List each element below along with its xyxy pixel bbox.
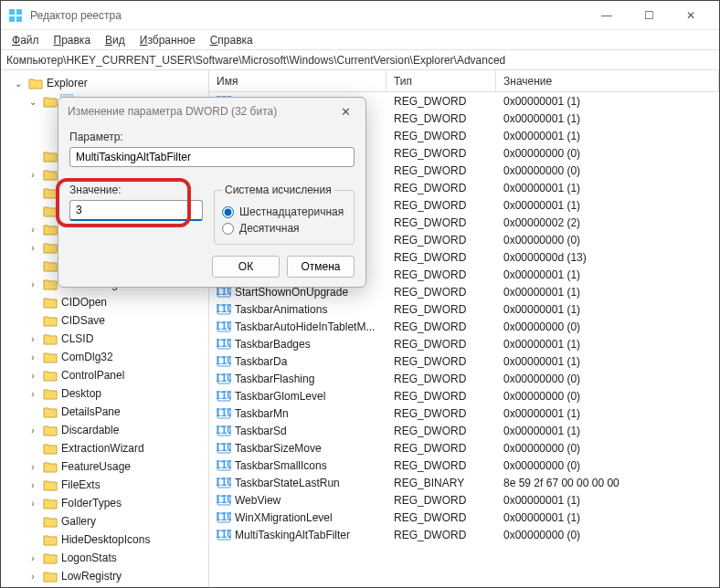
value-field[interactable] — [69, 200, 203, 221]
list-row[interactable]: 110TaskbarSdREG_DWORD0x00000001 (1) — [209, 422, 719, 439]
row-value: 0x00000001 (1) — [496, 355, 719, 368]
expand-icon[interactable] — [41, 113, 54, 126]
menu-favorites[interactable]: Избранное — [132, 32, 203, 48]
tree-item[interactable]: ›ControlPanel — [1, 366, 208, 384]
tree-item[interactable]: Gallery — [1, 512, 208, 530]
list-row[interactable]: 110TaskbarAnimationsREG_DWORD0x00000001 … — [209, 300, 719, 318]
row-type: REG_DWORD — [386, 529, 496, 541]
list-row[interactable]: 110TaskbarDaREG_DWORD0x00000001 (1) — [209, 352, 719, 370]
list-row[interactable]: 110TaskbarBadgesREG_DWORD0x00000001 (1) — [209, 335, 719, 352]
list-row[interactable]: 110TaskbarStateLastRunREG_BINARY8e 59 2f… — [209, 474, 719, 491]
app-icon — [8, 8, 23, 23]
expand-icon[interactable]: › — [26, 223, 39, 236]
expand-icon[interactable]: ⌄ — [26, 95, 39, 108]
expand-icon[interactable] — [26, 314, 39, 327]
minimize-button[interactable]: ― — [586, 1, 628, 30]
radio-dec[interactable]: Десятичная — [222, 222, 346, 235]
tree-item[interactable]: ›CLSID — [1, 330, 208, 348]
row-type: REG_DWORD — [386, 425, 496, 437]
row-name: WebView — [235, 494, 281, 507]
list-row[interactable]: 110WebViewREG_DWORD0x00000001 (1) — [209, 491, 719, 509]
expand-icon[interactable]: › — [26, 497, 39, 509]
tree-item[interactable]: ›FolderTypes — [1, 494, 208, 512]
expand-icon[interactable] — [26, 150, 39, 163]
value-label: Значение: — [69, 184, 203, 196]
expand-icon[interactable] — [26, 186, 39, 199]
expand-icon[interactable]: › — [26, 332, 39, 345]
param-field[interactable] — [69, 147, 355, 167]
expand-icon[interactable] — [26, 296, 39, 309]
expand-icon[interactable]: › — [26, 369, 39, 382]
row-value: 0x00000000 (0) — [496, 164, 719, 177]
expand-icon[interactable]: › — [26, 570, 39, 583]
tree-item[interactable]: CIDSave — [1, 311, 208, 330]
row-name: WinXMigrationLevel — [235, 511, 333, 524]
list-row[interactable]: 110TaskbarAutoHideInTabletM...REG_DWORD0… — [209, 318, 719, 335]
tree-item[interactable]: DetailsPane — [1, 403, 208, 421]
list-header: Имя Тип Значение — [209, 70, 719, 92]
expand-icon[interactable]: › — [26, 387, 39, 400]
expand-icon[interactable]: › — [26, 241, 39, 254]
tree-item[interactable]: HideDesktopIcons — [1, 530, 208, 549]
dialog-close-icon[interactable]: ✕ — [334, 105, 356, 119]
ok-button[interactable]: ОК — [212, 256, 280, 278]
expand-icon[interactable]: › — [26, 351, 39, 363]
expand-icon[interactable]: › — [26, 168, 39, 181]
row-value: 0x00000001 (1) — [496, 199, 719, 212]
row-type: REG_DWORD — [386, 320, 496, 333]
expand-icon[interactable]: › — [26, 424, 39, 436]
menu-edit[interactable]: Правка — [47, 32, 99, 48]
expand-icon[interactable] — [26, 205, 39, 217]
tree-label: FileExts — [61, 478, 101, 491]
list-row[interactable]: 110WinXMigrationLevelREG_DWORD0x00000001… — [209, 509, 719, 526]
tree-item[interactable]: ›Discardable — [1, 421, 208, 439]
svg-text:110: 110 — [217, 372, 231, 384]
close-button[interactable]: ✕ — [670, 1, 712, 30]
row-type: REG_DWORD — [386, 407, 496, 420]
row-value: 0x00000000 (0) — [496, 529, 719, 541]
col-type[interactable]: Тип — [386, 70, 496, 91]
cancel-button[interactable]: Отмена — [287, 256, 355, 278]
radio-hex[interactable]: Шестнадцатеричная — [222, 205, 346, 218]
row-value: 0x00000001 (1) — [496, 268, 719, 281]
tree-item[interactable]: ›FeatureUsage — [1, 457, 208, 476]
tree-item[interactable]: ›ComDlg32 — [1, 348, 208, 366]
menu-file[interactable]: Файл — [5, 32, 47, 48]
menu-help[interactable]: Справка — [203, 32, 260, 48]
col-value[interactable]: Значение — [496, 70, 719, 91]
col-name[interactable]: Имя — [209, 70, 386, 91]
expand-icon[interactable] — [26, 259, 39, 272]
maximize-button[interactable]: ☐ — [628, 1, 670, 30]
expand-icon[interactable] — [26, 533, 39, 546]
expand-icon[interactable] — [26, 442, 39, 455]
row-type: REG_DWORD — [386, 268, 496, 281]
expand-icon[interactable] — [41, 131, 54, 144]
expand-icon[interactable]: › — [26, 460, 39, 473]
expand-icon[interactable]: ⌄ — [12, 77, 25, 89]
tree-item[interactable]: ›LowRegistry — [1, 567, 208, 585]
list-row[interactable]: 110TaskbarSmallIconsREG_DWORD0x00000000 … — [209, 457, 719, 474]
tree-item[interactable]: ›Desktop — [1, 384, 208, 403]
expand-icon[interactable]: › — [26, 551, 39, 564]
tree-item[interactable]: ExtractionWizard — [1, 439, 208, 457]
tree-item[interactable]: ›LogonStats — [1, 549, 208, 567]
list-row[interactable]: 110TaskbarSizeMoveREG_DWORD0x00000000 (0… — [209, 439, 719, 457]
svg-text:110: 110 — [217, 424, 231, 436]
expand-icon[interactable]: › — [26, 278, 39, 290]
tree-item[interactable]: CIDOpen — [1, 293, 208, 311]
tree-item[interactable]: ⌄Explorer — [1, 74, 208, 92]
tree-label: Explorer — [47, 77, 88, 89]
list-row[interactable]: 110TaskbarFlashingREG_DWORD0x00000000 (0… — [209, 370, 719, 387]
row-name: TaskbarSd — [235, 425, 287, 437]
edit-dword-dialog: Изменение параметра DWORD (32 бита) ✕ Па… — [58, 97, 366, 288]
expand-icon[interactable] — [26, 405, 39, 418]
expand-icon[interactable] — [26, 515, 39, 528]
list-row[interactable]: 110MultiTaskingAltTabFilterREG_DWORD0x00… — [209, 526, 719, 543]
menu-view[interactable]: Вид — [98, 32, 132, 48]
list-row[interactable]: 110TaskbarMnREG_DWORD0x00000001 (1) — [209, 404, 719, 422]
expand-icon[interactable]: › — [26, 478, 39, 491]
address-bar[interactable]: Компьютер\HKEY_CURRENT_USER\Software\Mic… — [1, 50, 719, 70]
row-type: REG_DWORD — [386, 216, 496, 229]
list-row[interactable]: 110TaskbarGlomLevelREG_DWORD0x00000000 (… — [209, 387, 719, 404]
tree-item[interactable]: ›FileExts — [1, 476, 208, 494]
